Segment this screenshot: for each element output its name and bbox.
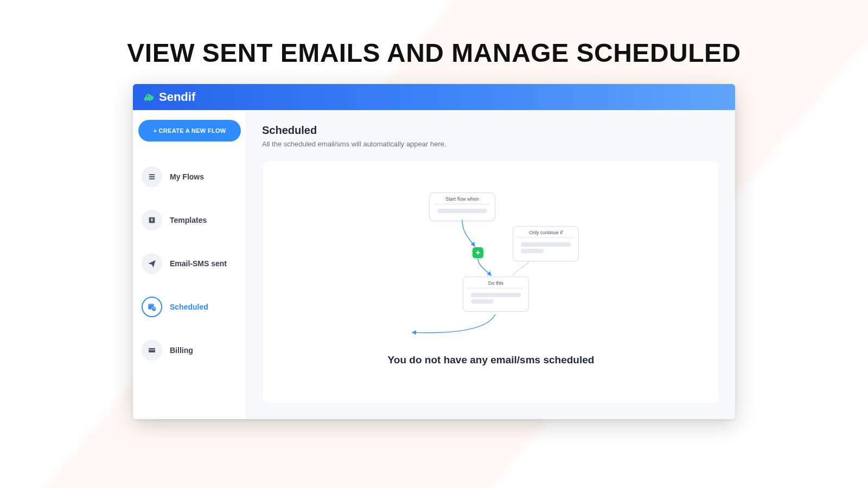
page-title: Scheduled <box>262 124 720 137</box>
placeholder-line <box>521 242 571 247</box>
add-step-node: + <box>473 247 483 258</box>
sidebar-item-label: Billing <box>170 346 193 355</box>
nav-spacer <box>138 146 241 158</box>
flow-card-condition: Only continue if <box>513 226 579 261</box>
sidebar-item-label: Email-SMS sent <box>170 259 227 268</box>
svg-rect-9 <box>149 349 155 350</box>
app-body: + CREATE A NEW FLOW My Flows Templates E… <box>133 110 735 419</box>
brand-logo-icon <box>143 91 155 103</box>
credit-card-icon <box>142 340 162 361</box>
app-window: Sendif + CREATE A NEW FLOW My Flows Temp… <box>133 84 735 419</box>
brand-name: Sendif <box>159 90 195 104</box>
sidebar-item-templates[interactable]: Templates <box>138 206 241 235</box>
calendar-clock-icon <box>142 297 162 317</box>
svg-rect-6 <box>148 304 154 305</box>
placeholder-line <box>437 209 487 213</box>
create-flow-button[interactable]: + CREATE A NEW FLOW <box>138 120 241 142</box>
marketing-headline: VIEW SENT EMAILS AND MANAGE SCHEDULED <box>0 38 868 68</box>
placeholder-line <box>471 299 494 304</box>
page-subtitle: All the scheduled email/sms will automat… <box>262 140 720 148</box>
flow-card-title: Only continue if <box>518 230 574 238</box>
flow-card-title: Do this <box>468 280 524 288</box>
main-content: Scheduled All the scheduled email/sms wi… <box>247 110 735 419</box>
sidebar-item-my-flows[interactable]: My Flows <box>138 162 241 191</box>
sidebar-item-email-sms-sent[interactable]: Email-SMS sent <box>138 249 241 278</box>
svg-rect-1 <box>149 174 155 175</box>
placeholder-line <box>471 293 521 297</box>
svg-rect-3 <box>149 178 155 179</box>
sidebar-item-label: Templates <box>170 216 207 224</box>
paper-plane-icon <box>142 253 162 274</box>
empty-state-message: You do not have any email/sms scheduled <box>388 354 595 366</box>
sidebar-item-label: My Flows <box>170 172 204 181</box>
flow-card-action: Do this <box>463 277 529 312</box>
flow-card-title: Start flow when <box>434 196 490 204</box>
app-header: Sendif <box>133 84 735 110</box>
flow-card-start: Start flow when <box>429 192 495 221</box>
sidebar-item-label: Scheduled <box>170 303 208 311</box>
placeholder-line <box>521 249 544 253</box>
sidebar-item-billing[interactable]: Billing <box>138 336 241 365</box>
plus-icon: + <box>476 248 480 257</box>
sidebar: + CREATE A NEW FLOW My Flows Templates E… <box>133 110 247 419</box>
sidebar-item-scheduled[interactable]: Scheduled <box>138 292 241 322</box>
flow-illustration: Start flow when Only continue if Do this <box>404 192 578 344</box>
stack-icon <box>142 166 162 187</box>
svg-point-0 <box>147 95 148 97</box>
svg-rect-2 <box>149 176 155 177</box>
empty-state-card: Start flow when Only continue if Do this <box>262 160 720 404</box>
upload-icon <box>142 210 162 230</box>
